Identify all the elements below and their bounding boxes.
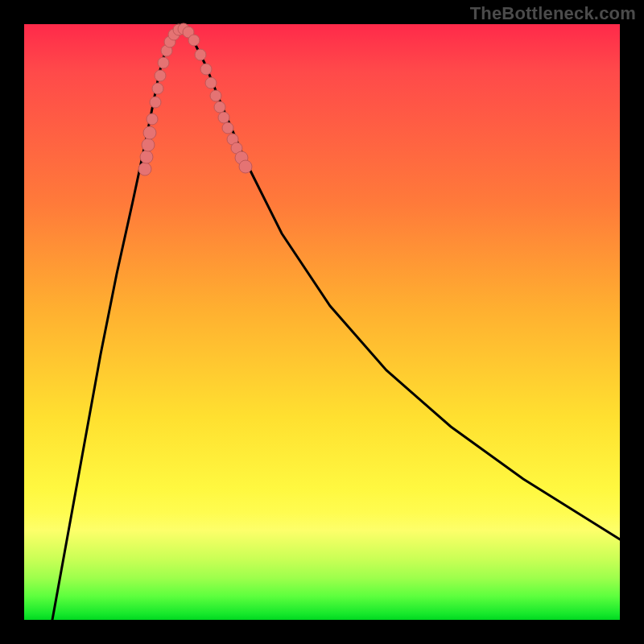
outer-frame: TheBottleneck.com bbox=[0, 0, 644, 644]
data-dot bbox=[158, 57, 169, 68]
data-dot bbox=[188, 35, 200, 46]
data-dot bbox=[205, 77, 217, 89]
data-dot bbox=[140, 151, 153, 163]
data-dot bbox=[155, 70, 166, 81]
plot-area bbox=[24, 24, 620, 620]
data-dot bbox=[210, 90, 221, 101]
data-dot bbox=[150, 97, 161, 108]
data-dot bbox=[218, 112, 229, 123]
data-dot bbox=[143, 126, 156, 139]
data-dot bbox=[200, 64, 212, 75]
data-dot bbox=[195, 49, 206, 60]
data-dot bbox=[152, 83, 163, 94]
curve-left bbox=[52, 26, 177, 620]
curve-right bbox=[185, 26, 620, 539]
data-dot bbox=[138, 163, 151, 175]
chart-svg bbox=[24, 24, 620, 620]
watermark-text: TheBottleneck.com bbox=[470, 3, 636, 24]
data-dot bbox=[142, 138, 155, 151]
data-dot bbox=[239, 160, 252, 173]
data-dot bbox=[147, 114, 158, 125]
data-dot bbox=[222, 122, 233, 134]
data-dot bbox=[214, 101, 225, 113]
